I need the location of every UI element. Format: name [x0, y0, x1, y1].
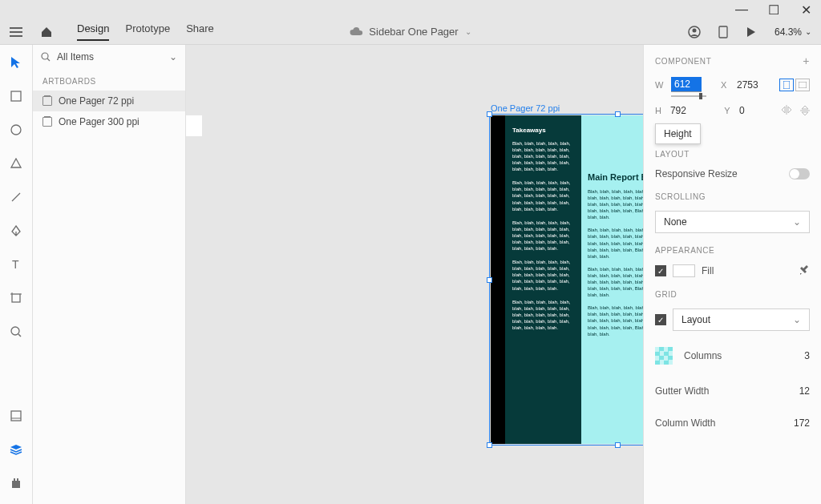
orientation-landscape-button[interactable]: [795, 79, 810, 91]
play-icon[interactable]: [746, 26, 757, 38]
eyedropper-icon[interactable]: [799, 265, 810, 276]
pen-tool[interactable]: [6, 221, 26, 240]
artboard-item-label: One Pager 300 ppi: [59, 116, 140, 127]
component-section-header: COMPONENT +: [644, 45, 821, 74]
svg-line-15: [18, 334, 21, 337]
doc-body-title: Main Report Body: [588, 171, 643, 183]
fill-swatch[interactable]: [673, 264, 695, 277]
chevron-down-icon: ⌄: [465, 27, 471, 36]
width-input[interactable]: [671, 77, 702, 92]
artboard-icon: [42, 96, 52, 106]
select-tool[interactable]: [6, 53, 26, 72]
window-maximize-button[interactable]: ☐: [768, 4, 779, 15]
layers-panel: All Items ⌄ ARTBOARDS One Pager 72 ppi O…: [33, 45, 186, 504]
grid-type-dropdown[interactable]: Layout ⌄: [673, 308, 810, 331]
layers-filter[interactable]: All Items ⌄: [33, 45, 185, 69]
canvas[interactable]: One Pager 72 ppi Takeaways Blah, blah, b…: [186, 45, 643, 504]
grid-checkbox[interactable]: ✓: [655, 314, 666, 325]
artboard-item[interactable]: One Pager 300 ppi: [33, 111, 185, 132]
chevron-down-icon: ⌄: [805, 27, 811, 36]
doc-sidebar-para: Blah, blah, blah, blah, blah, blah, blah…: [512, 259, 576, 291]
home-icon[interactable]: [40, 26, 53, 38]
width-slider[interactable]: [671, 95, 706, 97]
grid-color-swatch[interactable]: [655, 347, 673, 365]
doc-sidebar-column: Takeaways Blah, blah, blah, blah, blah, …: [505, 115, 581, 444]
window-titlebar: — ☐ ✕: [0, 0, 821, 19]
svg-line-22: [47, 58, 50, 61]
artboard-peek[interactable]: [186, 115, 202, 136]
svg-text:T: T: [12, 259, 19, 270]
svg-rect-5: [719, 26, 727, 38]
artboard-icon: [42, 117, 52, 127]
doc-sidebar-title: Takeaways: [512, 127, 576, 135]
flip-vertical-icon[interactable]: [800, 105, 810, 116]
menu-icon[interactable]: [10, 26, 22, 38]
artboard[interactable]: Takeaways Blah, blah, blah, blah, blah, …: [491, 115, 643, 444]
gutter-width-label: Gutter Width: [655, 385, 709, 397]
doc-body-para: Blah, blah, blah, blah, blah, blah, blah…: [588, 266, 643, 298]
topbar: Design Prototype Share Sidebar One Pager…: [0, 19, 821, 45]
device-preview-icon[interactable]: [718, 26, 728, 38]
zoom-tool[interactable]: [6, 322, 26, 341]
svg-rect-20: [17, 478, 18, 481]
svg-point-21: [42, 53, 48, 59]
chevron-down-icon: ⌄: [793, 216, 801, 228]
assets-panel-icon[interactable]: [6, 406, 26, 425]
height-tooltip: Height: [655, 123, 701, 144]
document-title[interactable]: Sidebar One Pager ⌄: [350, 26, 471, 38]
window-minimize-button[interactable]: —: [736, 4, 747, 15]
svg-rect-19: [14, 478, 15, 481]
search-icon: [41, 52, 51, 62]
artboard-tool[interactable]: [6, 288, 26, 308]
artboard-label[interactable]: One Pager 72 ppi: [491, 103, 560, 113]
x-input[interactable]: [737, 78, 772, 92]
y-input[interactable]: [739, 103, 774, 118]
text-tool[interactable]: T: [6, 255, 26, 274]
chevron-down-icon: ⌄: [169, 51, 177, 62]
column-width-value[interactable]: 172: [794, 417, 810, 429]
flip-horizontal-icon[interactable]: [781, 105, 792, 116]
columns-label: Columns: [684, 350, 722, 361]
tab-share[interactable]: Share: [186, 22, 214, 41]
artboards-section-header: ARTBOARDS: [33, 69, 185, 91]
scrolling-value: None: [664, 216, 687, 228]
plugins-panel-icon[interactable]: [6, 474, 26, 493]
polygon-tool[interactable]: [6, 154, 26, 173]
zoom-control[interactable]: 64.3% ⌄: [774, 26, 811, 38]
tab-design[interactable]: Design: [77, 22, 109, 41]
ellipse-tool[interactable]: [6, 120, 26, 139]
artboard-item[interactable]: One Pager 72 ppi: [33, 91, 185, 111]
tab-prototype[interactable]: Prototype: [125, 22, 170, 41]
properties-panel: COMPONENT + W X H Y: [643, 45, 821, 504]
gutter-width-value[interactable]: 12: [799, 385, 810, 397]
cloud-icon: [350, 27, 362, 37]
layers-panel-icon[interactable]: [6, 440, 26, 459]
account-icon[interactable]: [688, 26, 701, 38]
doc-body-para: Blah, blah, blah, blah, blah, blah, blah…: [588, 304, 643, 337]
document-title-text: Sidebar One Pager: [369, 26, 458, 38]
svg-rect-6: [11, 91, 21, 101]
svg-point-14: [11, 327, 19, 335]
window-close-button[interactable]: ✕: [800, 4, 811, 15]
rectangle-tool[interactable]: [6, 87, 26, 106]
appearance-section-header: APPEARANCE: [644, 236, 821, 261]
height-input[interactable]: [670, 103, 706, 118]
fill-checkbox[interactable]: ✓: [655, 265, 666, 276]
columns-value[interactable]: 3: [804, 350, 810, 361]
fill-label: Fill: [702, 265, 714, 276]
doc-sidebar-para: Blah, blah, blah, blah, blah, blah, blah…: [512, 179, 576, 212]
svg-rect-16: [11, 411, 21, 421]
scrolling-dropdown[interactable]: None ⌄: [655, 211, 810, 233]
artboard-black-margin: [491, 115, 505, 444]
chevron-down-icon: ⌄: [793, 314, 801, 325]
tool-rail: T: [0, 45, 33, 504]
doc-sidebar-para: Blah, blah, blah, blah, blah, blah, blah…: [512, 140, 576, 172]
add-component-button[interactable]: +: [803, 54, 810, 67]
line-tool[interactable]: [6, 187, 26, 207]
orientation-portrait-button[interactable]: [779, 79, 794, 91]
width-label: W: [655, 80, 665, 90]
responsive-resize-toggle[interactable]: [789, 168, 810, 179]
doc-body-column: Main Report Body Blah, blah, blah, blah,…: [581, 115, 643, 444]
svg-line-8: [12, 193, 20, 201]
grid-section-header: GRID: [644, 280, 821, 305]
